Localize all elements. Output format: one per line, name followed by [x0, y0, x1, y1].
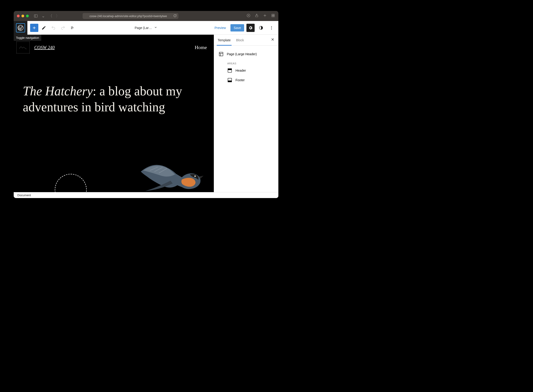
decorative-circle	[55, 174, 87, 192]
edit-tool-button[interactable]	[40, 24, 48, 32]
sidebar-tabs: Template Block	[214, 35, 278, 46]
svg-point-16	[271, 26, 272, 27]
address-bar[interactable]: cosw-240.local/wp-admin/site-editor.php?…	[83, 13, 178, 19]
new-tab-icon[interactable]	[263, 14, 267, 19]
tabs-icon[interactable]	[271, 14, 275, 19]
svg-rect-0	[34, 15, 37, 17]
close-sidebar-button[interactable]	[271, 37, 275, 43]
editor-top-toolbar: Toggle navigation P	[14, 21, 278, 35]
close-window-button[interactable]	[17, 15, 20, 17]
svg-point-17	[271, 27, 272, 28]
reload-icon[interactable]	[173, 14, 177, 18]
area-footer[interactable]: Footer	[218, 75, 275, 85]
area-header[interactable]: Header	[218, 66, 275, 75]
area-label: Header	[235, 69, 246, 72]
editor-footer: Document	[14, 192, 278, 198]
minimize-window-button[interactable]	[21, 15, 24, 17]
svg-rect-10	[272, 14, 273, 15]
footer-icon	[227, 78, 232, 83]
browser-nav-controls: ⌄ 〈 〉	[34, 14, 60, 18]
svg-point-18	[271, 29, 272, 29]
browser-right-controls	[246, 14, 275, 19]
settings-sidebar: Template Block Page (Large Header) AREAS	[214, 35, 278, 192]
add-block-button[interactable]	[30, 24, 38, 32]
tab-block[interactable]: Block	[236, 35, 244, 45]
svg-rect-13	[273, 16, 275, 17]
layout-icon	[219, 51, 224, 56]
wp-site-editor: Toggle navigation P	[14, 21, 278, 198]
editor-tools	[27, 24, 77, 32]
window-controls	[17, 15, 29, 17]
browser-extensions	[66, 14, 76, 18]
editor-canvas[interactable]: COSW 240 Home The Hatchery: a blog about…	[14, 35, 214, 192]
template-title: Page (Large Header)	[227, 52, 257, 56]
save-button[interactable]: Save	[230, 24, 244, 32]
share-icon[interactable]	[255, 14, 259, 19]
tab-template[interactable]: Template	[218, 35, 231, 45]
undo-button[interactable]	[49, 24, 57, 32]
url-text: cosw-240.local/wp-admin/site-editor.php?…	[89, 14, 167, 18]
dropdown-icon[interactable]: ⌄	[41, 14, 45, 18]
maximize-window-button[interactable]	[26, 15, 29, 17]
editor-body: COSW 240 Home The Hatchery: a blog about…	[14, 35, 278, 192]
forward-button[interactable]: 〉	[56, 14, 60, 18]
heading-italic-part: The Hatchery	[23, 84, 93, 98]
wordpress-logo-icon	[16, 23, 25, 33]
bird-illustration	[136, 158, 207, 192]
site-title[interactable]: COSW 240	[34, 45, 55, 50]
header-icon	[227, 68, 232, 73]
toggle-navigation-button[interactable]: Toggle navigation	[14, 21, 27, 35]
sidebar-toggle-icon[interactable]	[34, 14, 38, 18]
template-selector[interactable]: Page (Lar…	[135, 26, 157, 30]
site-header-block[interactable]: COSW 240 Home	[14, 35, 214, 53]
page-heading[interactable]: The Hatchery: a blog about my adventures…	[14, 53, 214, 115]
area-label: Footer	[235, 78, 245, 82]
svg-rect-12	[272, 16, 273, 17]
sidebar-body: Page (Large Header) AREAS Header Footer	[214, 46, 278, 89]
svg-point-19	[194, 175, 196, 177]
breadcrumb[interactable]: Document	[17, 193, 31, 197]
browser-window: ⌄ 〈 〉 cosw-240.local/wp-admin/site-edito…	[14, 11, 278, 198]
template-name-label: Page (Lar…	[135, 26, 152, 30]
areas-heading: AREAS	[218, 59, 275, 66]
svg-rect-24	[228, 69, 232, 70]
styles-button[interactable]	[257, 24, 265, 32]
tooltip: Toggle navigation	[14, 35, 41, 41]
preview-button[interactable]: Preview	[212, 24, 228, 32]
back-button[interactable]: 〈	[48, 14, 52, 18]
chevron-down-icon	[154, 26, 157, 30]
browser-titlebar: ⌄ 〈 〉 cosw-240.local/wp-admin/site-edito…	[14, 11, 278, 21]
svg-rect-26	[228, 81, 232, 82]
settings-button[interactable]	[246, 24, 255, 32]
template-title-row[interactable]: Page (Large Header)	[218, 49, 275, 59]
svg-rect-20	[219, 52, 223, 56]
svg-rect-11	[273, 14, 275, 15]
redo-button[interactable]	[59, 24, 67, 32]
editor-actions: Preview Save	[212, 24, 278, 32]
site-logo-placeholder[interactable]	[16, 42, 30, 53]
more-options-button[interactable]	[267, 24, 276, 32]
nav-item-home[interactable]: Home	[195, 45, 207, 51]
list-view-button[interactable]	[68, 24, 77, 32]
downloads-icon[interactable]	[246, 14, 251, 19]
